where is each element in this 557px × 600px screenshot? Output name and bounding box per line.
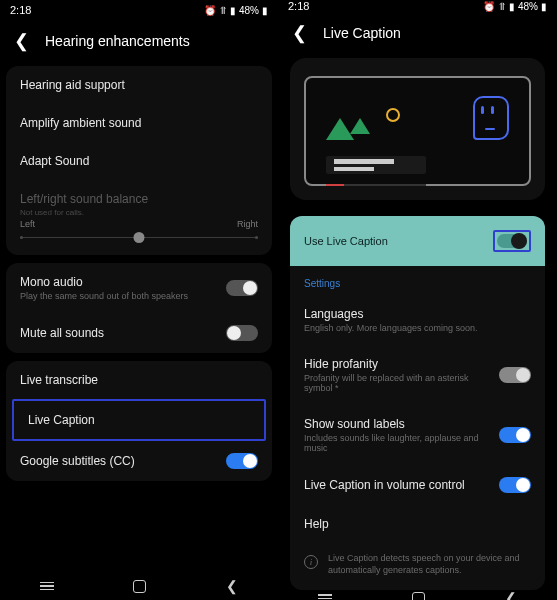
wifi-icon: ⥣ — [498, 1, 506, 12]
illustration-frame — [304, 76, 531, 186]
mono-audio-toggle[interactable] — [226, 280, 258, 296]
info-icon: i — [304, 555, 318, 569]
progress-line-icon — [326, 184, 426, 186]
page-title: Live Caption — [323, 25, 401, 41]
battery-percent: 48% — [239, 5, 259, 16]
live-caption-volume-toggle[interactable] — [499, 477, 531, 493]
back-button[interactable]: ❮ — [14, 30, 29, 52]
row-show-sound-labels[interactable]: Show sound labels Includes sounds like l… — [290, 405, 545, 465]
page-title: Hearing enhancements — [45, 33, 190, 49]
battery-icon: ▮ — [541, 1, 547, 12]
balance-slider-thumb[interactable] — [134, 232, 145, 243]
use-live-caption-toggle-highlight — [493, 230, 531, 252]
use-live-caption-row[interactable]: Use Live Caption — [290, 216, 545, 266]
signal-icon: ▮ — [230, 5, 236, 16]
use-live-caption-toggle[interactable] — [497, 234, 527, 248]
row-mono-audio[interactable]: Mono audio Play the same sound out of bo… — [6, 263, 272, 313]
nav-bar: ❮ — [278, 590, 557, 600]
wifi-icon: ⥣ — [219, 5, 227, 16]
caption-bar-icon — [326, 156, 426, 174]
section-captions: Live transcribe Live Caption Google subt… — [6, 361, 272, 481]
use-live-caption-label: Use Live Caption — [304, 235, 388, 247]
status-icons: ⏰ ⥣ ▮ 48% ▮ — [483, 1, 547, 12]
status-bar: 2:18 ⏰ ⥣ ▮ 48% ▮ — [278, 0, 557, 12]
illustration-card — [290, 58, 545, 200]
status-icons: ⏰ ⥣ ▮ 48% ▮ — [204, 5, 268, 16]
row-help[interactable]: Help — [290, 505, 545, 543]
row-adapt-sound[interactable]: Adapt Sound — [6, 142, 272, 180]
row-languages[interactable]: Languages English only. More languages c… — [290, 295, 545, 345]
balance-right-label: Right — [237, 219, 258, 229]
section-audio: Mono audio Play the same sound out of bo… — [6, 263, 272, 353]
row-hide-profanity[interactable]: Hide profanity Profanity will be replace… — [290, 345, 545, 405]
alarm-icon: ⏰ — [483, 1, 495, 12]
row-mute-all-sounds[interactable]: Mute all sounds — [6, 313, 272, 353]
content: Hearing aid support Amplify ambient soun… — [0, 66, 278, 572]
row-google-subtitles[interactable]: Google subtitles (CC) — [6, 441, 272, 481]
battery-icon: ▮ — [262, 5, 268, 16]
row-hearing-aid-support[interactable]: Hearing aid support — [6, 66, 272, 104]
status-time: 2:18 — [288, 0, 309, 12]
row-sound-balance: Left/right sound balance Not used for ca… — [6, 180, 272, 219]
settings-section: Settings Languages English only. More la… — [290, 266, 545, 590]
row-live-caption[interactable]: Live Caption — [12, 399, 266, 441]
nav-home-button[interactable] — [133, 580, 146, 593]
info-text: Live Caption detects speech on your devi… — [328, 553, 531, 576]
nav-home-button[interactable] — [412, 592, 425, 600]
alarm-icon: ⏰ — [204, 5, 216, 16]
google-subtitles-toggle[interactable] — [226, 453, 258, 469]
back-button[interactable]: ❮ — [292, 22, 307, 44]
battery-percent: 48% — [518, 1, 538, 12]
hearing-enhancements-screen: 2:18 ⏰ ⥣ ▮ 48% ▮ ❮ Hearing enhancements … — [0, 0, 278, 600]
balance-left-label: Left — [20, 219, 35, 229]
mute-all-sounds-toggle[interactable] — [226, 325, 258, 341]
show-sound-labels-toggle[interactable] — [499, 427, 531, 443]
status-bar: 2:18 ⏰ ⥣ ▮ 48% ▮ — [0, 0, 278, 20]
live-caption-screen: 2:18 ⏰ ⥣ ▮ 48% ▮ ❮ Live Caption Use Live… — [278, 0, 557, 600]
sun-icon — [386, 108, 400, 122]
row-live-caption-volume-control[interactable]: Live Caption in volume control — [290, 465, 545, 505]
balance-slider[interactable] — [20, 231, 258, 245]
hide-profanity-toggle[interactable] — [499, 367, 531, 383]
header: ❮ Live Caption — [278, 12, 557, 58]
signal-icon: ▮ — [509, 1, 515, 12]
header: ❮ Hearing enhancements — [0, 20, 278, 66]
section-hearing: Hearing aid support Amplify ambient soun… — [6, 66, 272, 255]
mountain-icon — [350, 118, 378, 140]
row-live-transcribe[interactable]: Live transcribe — [6, 361, 272, 399]
balance-slider-labels: Left Right — [6, 219, 272, 229]
settings-header: Settings — [290, 266, 545, 295]
nav-bar: ❮ — [0, 572, 278, 600]
face-icon — [473, 96, 509, 140]
nav-recent-button[interactable] — [318, 594, 332, 600]
info-row: i Live Caption detects speech on your de… — [290, 543, 545, 586]
nav-back-button[interactable]: ❮ — [505, 590, 517, 600]
row-amplify-ambient-sound[interactable]: Amplify ambient sound — [6, 104, 272, 142]
status-time: 2:18 — [10, 4, 31, 16]
nav-recent-button[interactable] — [40, 582, 54, 591]
nav-back-button[interactable]: ❮ — [226, 578, 238, 594]
